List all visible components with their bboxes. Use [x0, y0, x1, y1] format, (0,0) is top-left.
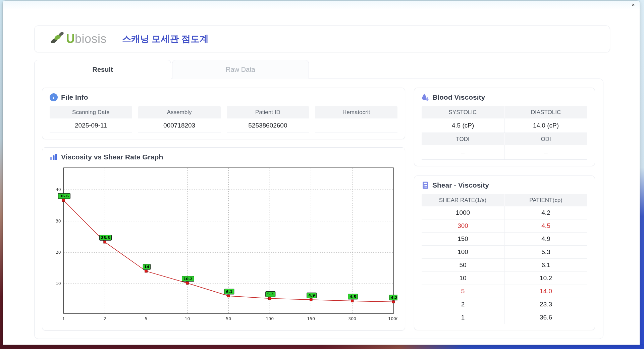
app-title: 스캐닝 모세관 점도계 [122, 33, 209, 45]
app-content: Ubiosis 스캐닝 모세관 점도계 Result Raw Data i Fi… [3, 9, 640, 339]
info-icon: i [50, 93, 58, 101]
patient-viscosity-cell: 6.1 [504, 259, 587, 271]
close-icon[interactable]: × [632, 2, 635, 8]
svg-text:10: 10 [56, 281, 61, 286]
patient-viscosity-cell: 14.0 [504, 285, 587, 298]
viscosity-shear-rate-plot: 102030401251050100150300100036.623.31410… [50, 166, 397, 324]
shear-rate-cell: 100 [422, 246, 504, 258]
table-row: 10004.2 [422, 206, 587, 219]
table-row: 223.3 [422, 298, 587, 311]
graph-panel: Viscosity vs Shear Rate Graph 1020304012… [42, 147, 405, 331]
table-row: 3004.5 [422, 219, 587, 233]
shear-rate-cell: 300 [422, 219, 504, 232]
svg-text:1000: 1000 [388, 316, 397, 321]
file-info-field-label: Patient ID [227, 106, 309, 118]
svg-text:4.2: 4.2 [391, 296, 397, 300]
file-info-field-label: Assembly [138, 106, 221, 118]
viscosity-chart: 102030401251050100150300100036.623.31410… [50, 166, 397, 324]
patient-viscosity-cell: 10.2 [504, 272, 587, 285]
file-info-field-value [315, 118, 397, 133]
shear-viscosity-table: SHEAR RATE(1/s)PATIENT(cp)10004.23004.51… [422, 194, 587, 324]
shear-rate-cell: 10 [422, 272, 504, 285]
svg-text:1: 1 [62, 316, 65, 321]
logo-text-u: U [66, 32, 75, 46]
window-titlebar: × [3, 1, 640, 9]
shear-viscosity-panel: Shear - Viscosity SHEAR RATE(1/s)PATIENT… [414, 176, 595, 330]
blood-viscosity-header: Blood Viscosity [422, 93, 587, 101]
shear-rate-cell: 1 [422, 311, 504, 324]
file-info-field-value: 000718203 [138, 118, 221, 133]
blood-viscosity-panel: Blood Viscosity SYSTOLICDIASTOLIC4.5 (cP… [414, 88, 595, 166]
patient-viscosity-cell: 4.2 [504, 206, 587, 219]
patient-viscosity-cell: 36.6 [504, 311, 587, 324]
file-info-field: Scanning Date2025-09-11 [50, 106, 132, 133]
table-row: 1010.2 [422, 272, 587, 285]
shear-table-header-row: SHEAR RATE(1/s)PATIENT(cp) [422, 194, 587, 206]
file-info-title: File Info [61, 93, 88, 101]
patient-viscosity-cell: 4.5 [504, 219, 587, 232]
patient-viscosity-cell: 4.9 [504, 233, 587, 245]
shear-rate-cell: 5 [422, 285, 504, 298]
file-info-field: Hematocrit [315, 106, 397, 133]
blood-viscosity-value-row: 4.5 (cP)14.0 (cP) [422, 118, 587, 133]
graph-title: Viscosity vs Shear Rate Graph [61, 153, 163, 161]
blood-viscosity-col-header: SYSTOLIC [422, 106, 504, 118]
tab-result[interactable]: Result [34, 60, 171, 79]
shear-viscosity-title: Shear - Viscosity [432, 181, 489, 189]
svg-text:40: 40 [56, 187, 61, 192]
svg-text:36.6: 36.6 [60, 194, 69, 198]
blood-viscosity-col-header: ODI [504, 133, 587, 145]
blood-viscosity-header-row: TODIODI [422, 133, 587, 145]
blood-viscosity-value: 4.5 (cP) [422, 118, 504, 133]
file-info-field-value: 52538602600 [227, 118, 309, 133]
svg-text:5: 5 [145, 316, 148, 321]
file-info-field-value: 2025-09-11 [50, 118, 132, 133]
svg-text:2: 2 [104, 316, 106, 321]
svg-text:30: 30 [56, 218, 61, 223]
table-row: 1005.3 [422, 246, 587, 259]
file-info-field-label: Hematocrit [315, 106, 397, 118]
shear-rate-cell: 150 [422, 233, 504, 245]
app-window: × Ubiosis 스캐닝 모세관 점도계 Result Raw Data [3, 1, 640, 345]
svg-text:5.3: 5.3 [267, 292, 274, 296]
svg-text:4.9: 4.9 [309, 293, 315, 298]
main-card: i File Info Scanning Date2025-09-11Assem… [34, 79, 603, 339]
desktop-edge-right [640, 0, 644, 349]
water-drops-icon [422, 93, 429, 101]
tab-bar: Result Raw Data [34, 60, 610, 79]
svg-text:23.3: 23.3 [101, 236, 110, 240]
right-column: Blood Viscosity SYSTOLICDIASTOLIC4.5 (cP… [414, 88, 595, 331]
file-info-header: i File Info [50, 93, 397, 101]
patient-viscosity-cell: 23.3 [504, 298, 587, 311]
file-info-field: Patient ID52538602600 [227, 106, 309, 133]
file-info-table: Scanning Date2025-09-11Assembly000718203… [50, 106, 397, 133]
blood-viscosity-title: Blood Viscosity [432, 93, 485, 101]
blood-viscosity-table: SYSTOLICDIASTOLIC4.5 (cP)14.0 (cP)TODIOD… [422, 106, 587, 160]
table-row: 1504.9 [422, 233, 587, 246]
blood-viscosity-col-header: TODI [422, 133, 504, 145]
leaf-icon [50, 31, 65, 45]
shear-viscosity-header: Shear - Viscosity [422, 181, 587, 189]
table-row: 506.1 [422, 259, 587, 272]
blood-viscosity-value-row: –– [422, 145, 587, 160]
tab-raw-data[interactable]: Raw Data [172, 60, 309, 79]
svg-text:10.2: 10.2 [183, 277, 193, 281]
patient-column-header: PATIENT(cp) [504, 194, 587, 206]
desktop-edge-bottom [0, 344, 644, 349]
blood-viscosity-value: – [422, 145, 504, 160]
calculator-icon [422, 181, 429, 189]
table-row: 514.0 [422, 285, 587, 298]
file-info-panel: i File Info Scanning Date2025-09-11Assem… [42, 88, 405, 139]
file-info-field: Assembly000718203 [138, 106, 221, 133]
svg-text:20: 20 [56, 250, 61, 255]
svg-text:150: 150 [307, 316, 315, 321]
svg-text:6.1: 6.1 [226, 290, 232, 294]
left-column: i File Info Scanning Date2025-09-11Assem… [42, 88, 405, 331]
patient-viscosity-cell: 5.3 [504, 246, 587, 258]
ubiosis-logo: Ubiosis [50, 32, 107, 46]
svg-text:4.5: 4.5 [350, 295, 356, 299]
svg-text:100: 100 [266, 316, 274, 321]
svg-text:10: 10 [185, 316, 190, 321]
blood-viscosity-value: 14.0 (cP) [504, 118, 587, 133]
svg-text:300: 300 [348, 316, 356, 321]
